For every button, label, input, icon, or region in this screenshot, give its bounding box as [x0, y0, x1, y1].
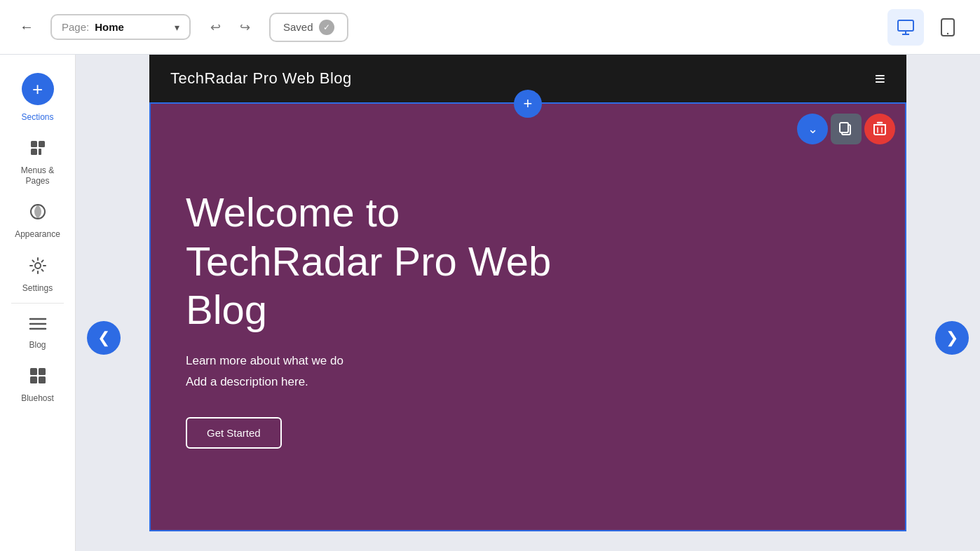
sidebar-item-sections[interactable]: + Sections — [0, 63, 75, 129]
add-section-between-button[interactable]: + — [514, 90, 542, 118]
svg-rect-6 — [39, 141, 45, 147]
svg-rect-17 — [39, 376, 46, 383]
right-arrow-icon: ❯ — [946, 329, 958, 347]
blog-label: Blog — [29, 340, 46, 350]
svg-rect-0 — [898, 20, 913, 31]
sidebar-item-blog[interactable]: Blog — [0, 306, 75, 357]
svg-rect-7 — [31, 149, 37, 155]
saved-label: Saved — [283, 21, 313, 33]
hero-subtitle: Learn more about what we do — [186, 354, 870, 368]
preview-frame: TechRadar Pro Web Blog ≡ + ⌄ — [149, 55, 906, 531]
desktop-icon — [896, 18, 916, 37]
mobile-view-button[interactable] — [930, 9, 966, 46]
site-title: TechRadar Pro Web Blog — [170, 69, 352, 88]
hamburger-icon: ≡ — [875, 68, 885, 90]
hero-cta-button[interactable]: Get Started — [186, 417, 282, 449]
redo-icon: ↪ — [240, 20, 250, 35]
duplicate-icon — [838, 121, 854, 137]
bluehost-label: Bluehost — [21, 393, 54, 403]
svg-rect-8 — [39, 149, 41, 155]
hero-description: Add a description here. — [186, 375, 870, 389]
menus-icon — [29, 139, 47, 161]
section-collapse-button[interactable]: ⌄ — [797, 114, 828, 144]
appearance-icon — [29, 203, 47, 225]
settings-label: Settings — [22, 283, 53, 293]
svg-rect-14 — [30, 368, 37, 375]
main-body: + Sections Menus & Pages — [0, 55, 980, 551]
section-delete-button[interactable] — [864, 114, 895, 144]
undo-button[interactable]: ↩ — [202, 14, 229, 41]
svg-rect-15 — [39, 368, 46, 375]
page-name: Home — [95, 21, 124, 33]
svg-rect-16 — [30, 376, 37, 383]
bluehost-icon — [29, 367, 47, 389]
left-arrow-icon: ❮ — [97, 329, 110, 347]
toolbar: ← Page: Home ▾ ↩ ↪ Saved ✓ — [0, 0, 980, 55]
canvas-area: ❮ ❯ TechRadar Pro Web Blog ≡ + ⌄ — [76, 55, 980, 551]
collapse-icon: ⌄ — [808, 121, 818, 137]
section-duplicate-button[interactable] — [831, 114, 862, 144]
page-selector[interactable]: Page: Home ▾ — [50, 14, 191, 40]
sidebar-item-menus[interactable]: Menus & Pages — [0, 129, 75, 193]
settings-icon — [29, 257, 47, 279]
sidebar-item-bluehost[interactable]: Bluehost — [0, 357, 75, 410]
sidebar-item-settings[interactable]: Settings — [0, 247, 75, 300]
sections-label: Sections — [21, 112, 53, 122]
hero-section[interactable]: + ⌄ — [149, 102, 906, 531]
saved-check-icon: ✓ — [319, 20, 334, 35]
redo-button[interactable]: ↪ — [231, 14, 258, 41]
hero-cta-label: Get Started — [207, 427, 261, 439]
desktop-view-button[interactable] — [887, 9, 924, 46]
delete-icon — [873, 121, 887, 137]
undo-redo-group: ↩ ↪ — [202, 14, 258, 41]
right-arrow-button[interactable]: ❯ — [935, 321, 969, 355]
back-icon: ← — [20, 19, 34, 35]
mobile-icon — [939, 18, 956, 37]
hero-title: Welcome to TechRadar Pro Web Blog — [186, 188, 606, 334]
svg-rect-5 — [31, 141, 37, 147]
menus-label: Menus & Pages — [21, 165, 54, 186]
appearance-label: Appearance — [15, 229, 60, 239]
sidebar-item-appearance[interactable]: Appearance — [0, 193, 75, 246]
page-label: Page: — [62, 21, 89, 33]
svg-point-4 — [947, 32, 948, 34]
left-arrow-button[interactable]: ❮ — [87, 321, 121, 355]
section-actions: ⌄ — [797, 114, 895, 144]
svg-rect-19 — [840, 123, 848, 132]
page-chevron-icon: ▾ — [175, 22, 179, 33]
blog-icon — [29, 316, 47, 336]
svg-point-10 — [35, 263, 41, 268]
sidebar: + Sections Menus & Pages — [0, 55, 76, 551]
saved-button[interactable]: Saved ✓ — [269, 13, 348, 42]
undo-icon: ↩ — [210, 20, 221, 35]
sidebar-divider — [11, 303, 64, 304]
view-toggles — [887, 9, 966, 46]
add-section-icon[interactable]: + — [22, 73, 54, 105]
svg-rect-20 — [874, 125, 885, 135]
back-button[interactable]: ← — [14, 15, 39, 40]
